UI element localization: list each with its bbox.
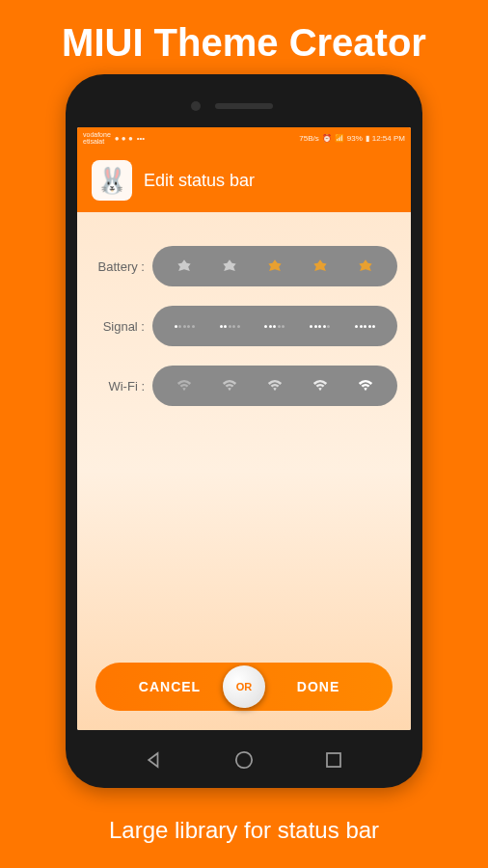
wifi-icon[interactable] xyxy=(264,375,285,396)
device-status-bar: vodafone etisalat ● ● ● ••• 75B/s ⏰ 📶 93… xyxy=(77,127,411,149)
or-separator: OR xyxy=(223,665,265,708)
wifi-label: Wi-Fi : xyxy=(91,379,152,393)
wifi-icon[interactable] xyxy=(310,375,331,396)
mascot-icon: 🐰 xyxy=(92,160,132,201)
signal-dots-icon[interactable] xyxy=(310,325,330,328)
signal-dots-icon[interactable] xyxy=(355,325,375,328)
cancel-button[interactable]: CANCEL xyxy=(95,679,244,694)
leaf-icon[interactable] xyxy=(355,258,376,275)
battery-label: Battery : xyxy=(91,259,152,274)
svg-point-0 xyxy=(236,752,252,768)
recent-button[interactable] xyxy=(320,746,347,773)
signal-dots-icon[interactable] xyxy=(175,325,195,328)
android-nav-bar xyxy=(109,746,379,773)
data-speed: 75B/s xyxy=(299,134,318,143)
leaf-icon[interactable] xyxy=(310,258,331,275)
wifi-icon[interactable] xyxy=(174,375,195,396)
svg-rect-1 xyxy=(327,753,340,767)
wifi-icon[interactable] xyxy=(355,375,376,396)
clock-time: 12:54 PM xyxy=(372,134,405,143)
alarm-icon: ⏰ xyxy=(322,134,332,143)
phone-screen: vodafone etisalat ● ● ● ••• 75B/s ⏰ 📶 93… xyxy=(77,127,411,730)
leaf-icon[interactable] xyxy=(174,258,195,275)
battery-percent: 93% xyxy=(347,134,363,143)
more-icon: ••• xyxy=(137,134,145,143)
back-button[interactable] xyxy=(141,746,168,773)
leaf-icon[interactable] xyxy=(264,258,285,275)
wifi-style-selector[interactable] xyxy=(152,366,397,406)
signal-label: Signal : xyxy=(91,319,152,334)
promo-caption: Large library for status bar xyxy=(0,817,488,844)
wifi-option-row: Wi-Fi : xyxy=(91,366,397,406)
leaf-icon[interactable] xyxy=(219,258,240,275)
promo-title: MIUI Theme Creator xyxy=(0,0,488,74)
signal-dots-icon[interactable] xyxy=(220,325,240,328)
home-button[interactable] xyxy=(230,746,258,773)
notification-dots-icon: ● ● ● xyxy=(115,134,133,143)
battery-option-row: Battery : xyxy=(91,246,397,286)
wifi-icon[interactable] xyxy=(219,375,240,396)
carrier-labels: vodafone etisalat xyxy=(83,131,111,145)
phone-camera xyxy=(191,101,201,111)
action-bar: CANCEL DONE OR xyxy=(95,663,393,711)
battery-icon: ▮ xyxy=(366,134,369,143)
app-header: 🐰 Edit status bar xyxy=(77,149,411,212)
done-button[interactable]: DONE xyxy=(244,679,393,694)
phone-frame: vodafone etisalat ● ● ● ••• 75B/s ⏰ 📶 93… xyxy=(66,74,422,788)
page-title: Edit status bar xyxy=(144,171,255,191)
signal-option-row: Signal : xyxy=(91,306,397,346)
signal-dots-icon[interactable] xyxy=(264,325,285,328)
signal-style-selector[interactable] xyxy=(152,306,397,346)
phone-speaker xyxy=(215,103,273,109)
content-area: Battery : Signal : Wi-Fi : CANCEL DONE O… xyxy=(77,212,411,730)
battery-style-selector[interactable] xyxy=(152,246,397,286)
signal-icon: 📶 xyxy=(335,134,344,143)
